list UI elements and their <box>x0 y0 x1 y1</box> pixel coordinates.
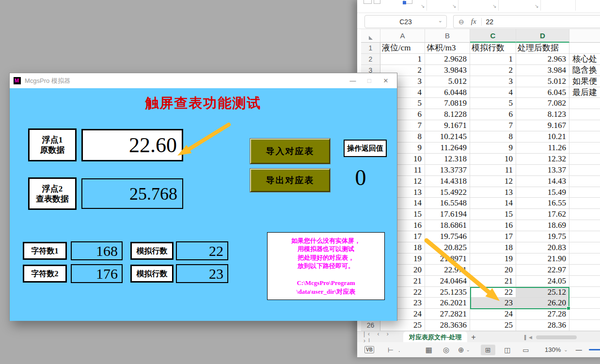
cell-E9[interactable] <box>569 131 600 142</box>
cell-C17[interactable]: 16 <box>470 220 516 231</box>
cell-C24[interactable]: 23 <box>470 298 516 309</box>
cell-B22[interactable]: 24.0464 <box>425 276 470 287</box>
cell-D12[interactable]: 13.37 <box>516 165 569 176</box>
cell-B19[interactable]: 20.825 <box>425 242 470 253</box>
cell-C20[interactable]: 19 <box>470 253 516 265</box>
cell-B16[interactable]: 17.6194 <box>425 209 470 220</box>
cell-E3[interactable]: 隐含换 <box>569 65 600 76</box>
simulator-titlebar[interactable]: M McgsPro 模拟器 — □ ✕ <box>10 73 397 88</box>
float1-value-display[interactable]: 22.60 <box>81 129 183 161</box>
cell-D9[interactable]: 10.21 <box>516 131 569 142</box>
ribbon-clipped-icon[interactable] <box>404 0 412 4</box>
cell-C21[interactable]: 20 <box>470 265 516 276</box>
cell-D18[interactable]: 19.75 <box>516 231 569 242</box>
scrollbar-thumb[interactable] <box>536 335 577 339</box>
row-header-2[interactable]: 2 <box>361 54 380 65</box>
cell-B5[interactable]: 6.0448 <box>425 87 470 98</box>
formula-value[interactable]: 22 <box>486 18 494 26</box>
ribbon-clipped-icon[interactable] <box>374 0 380 4</box>
cell-D19[interactable]: 20.83 <box>516 242 569 253</box>
close-button[interactable]: ✕ <box>378 73 394 88</box>
table-tools-icon[interactable]: ▦ <box>426 346 432 354</box>
cell-B1[interactable]: 体积/m3 <box>425 43 470 54</box>
cell-C10[interactable]: 9 <box>470 142 516 154</box>
cell-D13[interactable]: 14.43 <box>516 176 569 187</box>
cell-D25[interactable]: 27.28 <box>516 309 569 320</box>
export-table-button[interactable]: 导出对应表 <box>250 169 330 192</box>
page-break-view-button[interactable]: ▭ <box>519 345 533 355</box>
cell-B6[interactable]: 7.0819 <box>425 98 470 109</box>
cell-D7[interactable]: 8.123 <box>516 109 569 120</box>
cell-E15[interactable] <box>569 198 600 209</box>
cell-E19[interactable] <box>569 242 600 253</box>
cell-E1[interactable] <box>569 43 600 54</box>
cell-C23[interactable]: 22 <box>470 287 516 298</box>
dialog-launcher-icon[interactable]: ↘ <box>535 3 538 9</box>
cell-C12[interactable]: 11 <box>470 165 516 176</box>
cell-E2[interactable]: 核心处 <box>569 54 600 65</box>
column-header-C[interactable]: C <box>470 29 516 43</box>
row-header-1[interactable]: 1 <box>361 43 380 54</box>
cell-C19[interactable]: 18 <box>470 242 516 253</box>
cell-B10[interactable]: 11.2649 <box>425 142 470 154</box>
cell-B7[interactable]: 8.1228 <box>425 109 470 120</box>
cell-C7[interactable]: 6 <box>470 109 516 120</box>
formula-bar[interactable]: ⊖ fx 22 <box>453 15 600 28</box>
cell-C25[interactable]: 24 <box>470 309 516 320</box>
cell-C15[interactable]: 14 <box>470 198 516 209</box>
column-header-E-clipped[interactable] <box>569 29 600 43</box>
maximize-button[interactable]: □ <box>361 73 378 88</box>
cell-A1[interactable]: 液位/cm <box>380 43 425 54</box>
cell-D1[interactable]: 处理后数据 <box>516 43 569 54</box>
cell-C26[interactable]: 25 <box>470 320 516 331</box>
cell-A2[interactable]: 1 <box>380 54 425 65</box>
zoom-minus-button[interactable]: — <box>576 346 582 353</box>
column-header-B[interactable]: B <box>425 29 470 43</box>
cell-B12[interactable]: 13.3737 <box>425 165 470 176</box>
cell-C3[interactable]: 2 <box>470 65 516 76</box>
cell-B14[interactable]: 15.4922 <box>425 187 470 198</box>
outline-icon[interactable]: ⊢ <box>388 346 394 354</box>
chevron-down-icon[interactable]: ⌄ <box>466 347 470 352</box>
cell-D4[interactable]: 5.012 <box>516 76 569 87</box>
cell-D10[interactable]: 11.26 <box>516 142 569 154</box>
cell-C1[interactable]: 模拟行数 <box>470 43 516 54</box>
cell-E4[interactable]: 如果便 <box>569 76 600 87</box>
cell-E8[interactable] <box>569 120 600 131</box>
dialog-launcher-icon[interactable]: ↘ <box>452 3 456 9</box>
cell-D22[interactable]: 24.05 <box>516 276 569 287</box>
cell-C22[interactable]: 21 <box>470 276 516 287</box>
cell-B21[interactable]: 22.971 <box>425 265 470 276</box>
ribbon-clipped-icon[interactable] <box>363 0 372 4</box>
cell-C6[interactable]: 5 <box>470 98 516 109</box>
cell-E24[interactable] <box>569 298 600 309</box>
zoom-level[interactable]: 130% <box>545 346 561 353</box>
cell-B11[interactable]: 12.318 <box>425 154 470 165</box>
name-box[interactable]: C23 ⌄ <box>364 15 447 28</box>
cell-E12[interactable] <box>569 165 600 176</box>
cell-D20[interactable]: 21.90 <box>516 253 569 265</box>
return-value-display[interactable]: 0 <box>344 165 378 190</box>
cell-D26[interactable]: 28.36 <box>516 320 569 331</box>
eye-icon[interactable]: ◎ <box>443 346 449 354</box>
cell-E11[interactable] <box>569 154 600 165</box>
zoom-out-icon[interactable]: ⊖ <box>458 18 464 26</box>
cell-E6[interactable] <box>569 98 600 109</box>
chevron-down-icon[interactable]: ⌄ <box>438 17 442 24</box>
sim-rows2-value[interactable]: 23 <box>176 264 228 283</box>
float2-value-display[interactable]: 25.768 <box>81 178 183 209</box>
cell-B2[interactable]: 2.9628 <box>425 54 470 65</box>
cell-C18[interactable]: 17 <box>470 231 516 242</box>
cell-E16[interactable] <box>569 209 600 220</box>
cell-E25[interactable] <box>569 309 600 320</box>
cell-B20[interactable]: 21.8971 <box>425 253 470 265</box>
cell-B17[interactable]: 18.6861 <box>425 220 470 231</box>
import-table-button[interactable]: 导入对应表 <box>250 139 330 164</box>
cell-B3[interactable]: 3.9843 <box>425 65 470 76</box>
cell-B25[interactable]: 27.2821 <box>425 309 470 320</box>
cell-D14[interactable]: 15.49 <box>516 187 569 198</box>
cell-D17[interactable]: 18.69 <box>516 220 569 231</box>
cell-C11[interactable]: 10 <box>470 154 516 165</box>
cell-D15[interactable]: 16.55 <box>516 198 569 209</box>
cell-E20[interactable] <box>569 253 600 265</box>
